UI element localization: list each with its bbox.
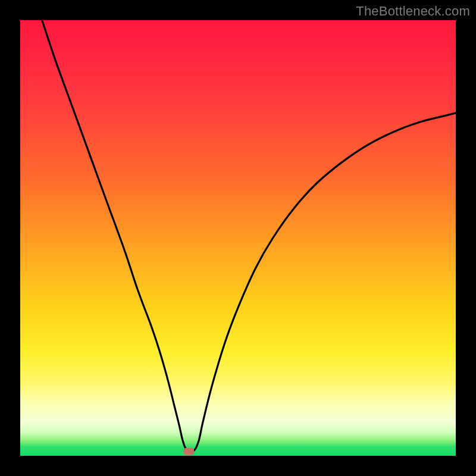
bottleneck-marker <box>183 448 194 455</box>
chart-frame: TheBottleneck.com <box>0 0 476 476</box>
curve-path-group <box>42 20 456 451</box>
watermark-text: TheBottleneck.com <box>356 4 470 19</box>
plot-area <box>20 20 456 456</box>
marker-group <box>183 448 194 455</box>
curve-svg <box>20 20 456 456</box>
curve-path <box>42 20 456 451</box>
